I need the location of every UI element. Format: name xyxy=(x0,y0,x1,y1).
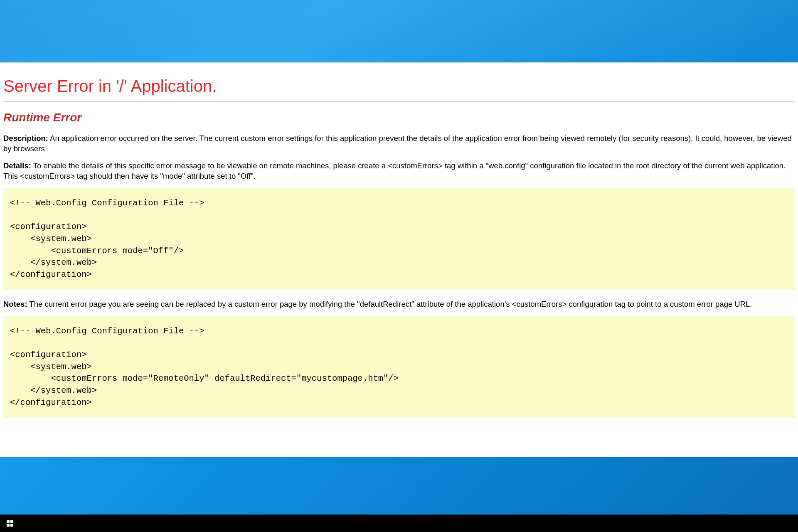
notes-text: The current error page you are seeing ca… xyxy=(27,300,752,308)
windows-icon xyxy=(7,520,13,527)
code-sample-off: <!-- Web.Config Configuration File --> <… xyxy=(3,188,795,290)
notes-paragraph: Notes: The current error page you are se… xyxy=(3,299,795,310)
description-paragraph: Description: An application error occurr… xyxy=(3,133,795,154)
description-text: An application error occurred on the ser… xyxy=(3,134,792,153)
details-text: To enable the details of this specific e… xyxy=(3,161,786,180)
page-title: Server Error in '/' Application. xyxy=(3,77,795,96)
taskbar[interactable] xyxy=(0,515,798,532)
code-sample-remoteonly: <!-- Web.Config Configuration File --> <… xyxy=(3,316,795,418)
start-button[interactable] xyxy=(0,515,20,532)
error-subtitle: Runtime Error xyxy=(3,111,795,124)
error-page: Server Error in '/' Application. Runtime… xyxy=(0,62,798,457)
details-paragraph: Details: To enable the details of this s… xyxy=(3,161,795,182)
details-label: Details: xyxy=(3,161,31,170)
notes-label: Notes: xyxy=(3,300,27,308)
description-label: Description: xyxy=(3,134,48,143)
title-divider xyxy=(3,101,795,102)
